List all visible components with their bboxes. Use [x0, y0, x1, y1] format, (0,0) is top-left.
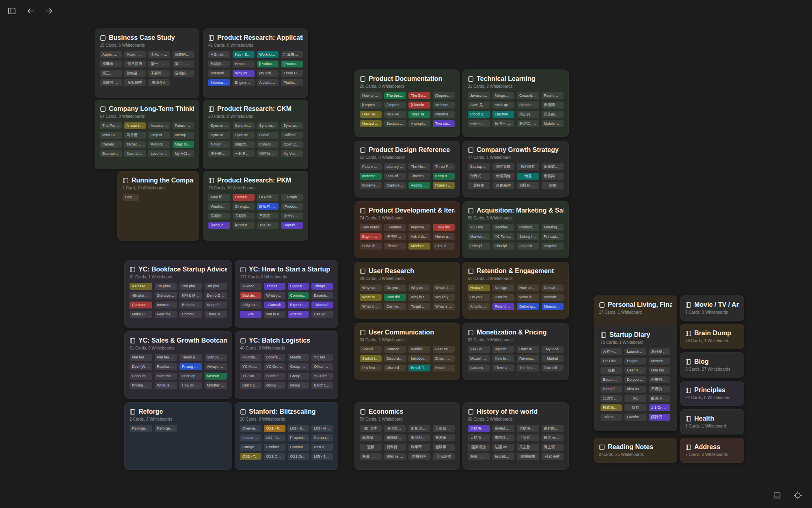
card-chip[interactable]: 海戰、西班... — [468, 453, 490, 460]
group-technical-learning[interactable]: Technical Learning31 Cards, 2 Whiteboard… — [462, 69, 569, 137]
card-chip[interactable]: Please don't... — [384, 243, 406, 250]
card-chip[interactable]: YC Director... — [311, 373, 333, 380]
card-chip[interactable]: 1st phase - ... — [155, 283, 177, 290]
card-chip[interactable]: Startups no... — [155, 292, 177, 299]
card-chip[interactable]: Mozart Data — [468, 355, 490, 362]
group-product-development-iteration[interactable]: Product Development & Iteration74 Cards,… — [354, 201, 460, 258]
card-chip[interactable]: Founder Eth... — [240, 354, 261, 361]
group-stanford-blitzscaling[interactable]: Stanford: Blitzscaling20 Cards, 0 Whiteb… — [235, 402, 338, 470]
card-chip[interactable]: 解法二: Rea... — [517, 120, 539, 127]
card-chip[interactable]: 第一、第一... — [148, 61, 170, 67]
card-chip[interactable]: Replika (W1... — [155, 363, 177, 370]
card-chip[interactable]: Engineering ... — [233, 79, 255, 86]
card-chip[interactable]: Critical event — [542, 284, 564, 291]
group-principles[interactable]: Principles22 Cards, 0 Whiteboards — [680, 381, 744, 406]
card-chip[interactable]: Facebook ... — [624, 414, 646, 421]
card-chip[interactable]: Principle Thr... — [492, 243, 515, 250]
card-chip[interactable]: Ask if the pr... — [408, 233, 430, 240]
card-chip[interactable]: Solve the pr... — [360, 243, 382, 250]
group-yc-how-to-start-a-startup[interactable]: YC: How to Start a Startup177 Cards, 0 W… — [235, 260, 338, 328]
card-chip[interactable]: Hiring for vi... — [600, 386, 622, 393]
card-chip[interactable]: Intermediat... — [155, 302, 177, 308]
group-address[interactable]: Address7 Cards, 0 Whiteboards — [680, 438, 744, 463]
card-chip[interactable]: Talk to User... — [600, 414, 622, 421]
card-chip[interactable]: Acquisition ... — [542, 243, 564, 250]
group-acquisition-marketing-sales[interactable]: Acquisition: Marketing & Sales50 Cards, … — [462, 201, 569, 258]
card-chip[interactable]: Core Ideas ... — [124, 150, 146, 157]
card-chip[interactable]: L03 - Micha... — [311, 425, 333, 432]
card-chip[interactable]: What kind o... — [360, 303, 382, 310]
card-chip[interactable]: YC Templat... — [492, 233, 515, 240]
card-chip[interactable]: Workflow86... — [257, 51, 279, 58]
card-chip[interactable]: 大航海時代... — [468, 434, 490, 441]
card-chip[interactable]: 美元霸權 — [433, 453, 455, 460]
card-chip[interactable]: Category Po... — [240, 444, 261, 451]
card-chip[interactable]: 計算機的本質 — [281, 51, 303, 58]
card-chip[interactable]: How do I me... — [179, 382, 202, 389]
card-chip[interactable]: Literary Mac... — [384, 163, 406, 170]
card-chip[interactable]: Captured Id... — [384, 182, 406, 189]
card-chip[interactable]: A simple ne... — [408, 120, 430, 127]
card-chip[interactable]: Sync with 長... — [208, 132, 230, 139]
card-chip[interactable]: Batch Event... — [240, 382, 261, 389]
card-chip[interactable]: Open Educa... — [281, 141, 303, 148]
card-chip[interactable]: 天主教的物... — [517, 444, 539, 451]
card-chip[interactable]: Incremental ... — [360, 173, 382, 180]
card-chip[interactable]: Cross-devic... — [517, 92, 539, 99]
group-running-the-company[interactable]: Running the Company1 Card, 10 Whiteboard… — [117, 171, 199, 241]
card-chip[interactable]: 蘋果的 Hom... — [100, 79, 122, 86]
card-chip[interactable]: [Product Re... — [208, 222, 230, 229]
card-chip[interactable]: 不要開戰略... — [148, 70, 170, 77]
card-chip[interactable]: Batch Event... — [264, 373, 285, 380]
card-chip[interactable]: Dev notes — [360, 224, 382, 231]
card-chip[interactable]: 為什麼閱讀... — [208, 150, 230, 157]
card-chip[interactable]: Sync with 長... — [281, 122, 303, 129]
card-chip[interactable]: 美聯儲貨幣... — [384, 434, 406, 441]
canvas[interactable]: Business Case Study15 Cards, 6 Whiteboar… — [0, 0, 812, 508]
card-chip[interactable]: 規模化增長 — [517, 182, 539, 189]
card-chip[interactable]: Why isn't yo... — [360, 284, 382, 291]
back-arrow-icon[interactable] — [24, 5, 37, 17]
card-chip[interactable]: What makes... — [360, 294, 382, 301]
card-chip[interactable]: Flat fee + % — [130, 354, 152, 361]
card-chip[interactable]: Keep Pumpi... — [205, 302, 227, 308]
card-chip[interactable]: Essential St... — [311, 292, 333, 299]
card-chip[interactable]: OS2 - Tribe — [240, 453, 261, 460]
card-chip[interactable]: 戰略是「有... — [124, 70, 146, 77]
card-chip[interactable]: Interoperabi... — [173, 132, 194, 139]
card-chip[interactable]: 階梯利率 — [408, 453, 430, 460]
card-chip[interactable]: 階梯戰略 — [517, 453, 539, 460]
card-chip[interactable]: 4th phase -... — [130, 292, 152, 299]
card-chip[interactable]: Selling to Fo... — [517, 233, 539, 240]
card-chip[interactable]: What is your... — [433, 303, 455, 310]
card-chip[interactable]: 同步的問題... — [517, 111, 539, 118]
card-chip[interactable]: 通縮 vs 通... — [384, 453, 406, 460]
card-chip[interactable]: 一起看文獻... — [233, 150, 255, 157]
card-chip[interactable]: KPI & Metrics — [179, 292, 202, 299]
card-chip[interactable]: Bug in Strip... — [360, 233, 382, 240]
card-chip[interactable]: What is goo... — [517, 294, 539, 301]
group-yc-bookface-startup-advice[interactable]: YC: Bookface Startup Advice31 Cards, 1 W… — [124, 260, 232, 328]
card-chip[interactable]: Meeting wit... — [542, 224, 564, 231]
card-chip[interactable]: Four differe... — [542, 365, 564, 371]
card-chip[interactable]: Map 和 Whit... — [208, 194, 230, 201]
card-chip[interactable]: 第二、適應... — [173, 61, 194, 67]
card-chip[interactable]: 現代貨幣系... — [384, 425, 406, 432]
card-chip[interactable]: Office Hours — [311, 363, 333, 370]
card-chip[interactable]: AWS questi... — [492, 102, 515, 109]
card-chip[interactable]: Weakness: ... — [208, 203, 230, 210]
card-chip[interactable]: [Product Re... — [257, 61, 279, 67]
card-chip[interactable]: Adding new ... — [408, 182, 430, 189]
card-chip[interactable]: 原創精神 — [492, 182, 515, 189]
card-chip[interactable]: Batch Event... — [311, 382, 333, 389]
card-chip[interactable]: Idea vs Exe... — [624, 386, 646, 393]
card-chip[interactable]: Hepta 的基... — [233, 61, 255, 67]
card-chip[interactable]: Things that ... — [311, 283, 333, 290]
card-chip[interactable]: Project Meta — [148, 132, 170, 139]
card-chip[interactable]: User behavi... — [492, 294, 515, 301]
card-chip[interactable]: Defining Ret... — [517, 303, 539, 310]
group-business-case-study[interactable]: Business Case Study15 Cards, 6 Whiteboar… — [95, 28, 199, 98]
card-chip[interactable]: 美聯儲的謊... — [360, 434, 382, 441]
card-chip[interactable]: Proprietary ... — [288, 434, 309, 441]
card-chip[interactable]: The first pri... — [517, 365, 539, 371]
